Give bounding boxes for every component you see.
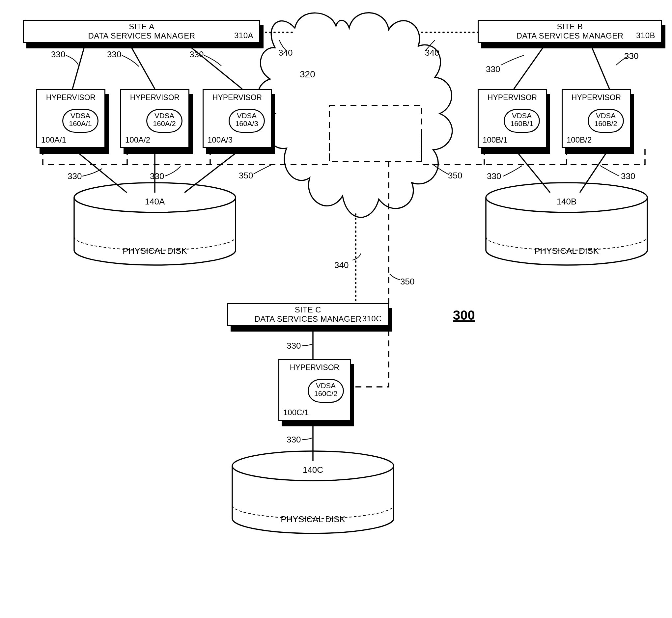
dsm-c-ref: 310C	[362, 314, 382, 323]
svg-line-11	[514, 148, 550, 193]
hv-a2-vdsa-ref: 160A/2	[153, 119, 176, 128]
cloud-ref: 320	[300, 69, 315, 80]
hv-a1-title: HYPERVISOR	[37, 93, 104, 102]
dsm-c: SITE C DATA SERVICES MANAGER 310C	[227, 303, 389, 326]
svg-line-2	[128, 42, 155, 89]
dsm-b-title2: DATA SERVICES MANAGER	[479, 31, 661, 40]
dsm-b: SITE B DATA SERVICES MANAGER 310B	[478, 20, 662, 43]
svg-line-5	[73, 148, 127, 193]
dsm-a-title1: SITE A	[24, 22, 259, 31]
label-350-3: 350	[400, 277, 414, 287]
hv-c1-title: HYPERVISOR	[279, 363, 350, 372]
figure-ref: 300	[453, 308, 475, 323]
hv-a3-title: HYPERVISOR	[204, 93, 271, 102]
label-350-1: 350	[239, 171, 253, 181]
dsm-a-title2: DATA SERVICES MANAGER	[24, 31, 259, 40]
hv-c1-vdsa-ref: 160C/2	[314, 390, 338, 398]
disk-c-caption: PHYSICAL DISK	[232, 514, 394, 524]
hv-a3-vdsa: VDSA 160A/3	[228, 109, 265, 133]
hv-b2-vdsa: VDSA 160B/2	[588, 109, 624, 133]
hv-a3-vdsa-ref: 160A/3	[235, 119, 258, 128]
disk-c-ref: 140C	[232, 465, 394, 475]
disk-c: 140C PHYSICAL DISK	[232, 458, 394, 532]
hv-a1-vdsa: VDSA 160A/1	[62, 109, 98, 133]
dsm-b-ref: 310B	[636, 31, 655, 40]
hypervisor-a3: HYPERVISOR VDSA 160A/3 100A/3	[203, 89, 272, 148]
label-330-a-bot-2: 330	[150, 171, 164, 181]
hv-b1-vdsa-ref: 160B/1	[510, 119, 533, 128]
label-330-b-bot-2: 330	[621, 171, 635, 181]
hypervisor-c1: HYPERVISOR VDSA 160C/2 100C/1	[278, 359, 351, 421]
hv-a3-hostref: 100A/3	[207, 135, 232, 144]
disk-a: 140A PHYSICAL DISK	[74, 189, 235, 264]
hypervisor-b2: HYPERVISOR VDSA 160B/2 100B/2	[562, 89, 631, 148]
dsm-c-title1: SITE C	[228, 305, 388, 314]
label-340-2: 340	[425, 48, 439, 58]
disk-a-caption: PHYSICAL DISK	[74, 246, 235, 256]
label-330-a-top-1: 330	[51, 49, 65, 60]
disk-a-ref: 140A	[74, 197, 235, 207]
label-330-b-top-1: 330	[486, 64, 500, 75]
disk-b-caption: PHYSICAL DISK	[486, 246, 647, 256]
hypervisor-a2: HYPERVISOR VDSA 160A/2 100A/2	[120, 89, 189, 148]
label-330-a-bot-1: 330	[68, 171, 82, 181]
label-340-1: 340	[278, 48, 293, 58]
hv-b2-vdsa-label: VDSA	[596, 112, 616, 120]
hv-c1-vdsa: VDSA 160C/2	[308, 379, 344, 403]
hv-a1-hostref: 100A/1	[41, 135, 66, 144]
hypervisor-b1: HYPERVISOR VDSA 160B/1 100B/1	[478, 89, 547, 148]
label-330-b-top-2: 330	[624, 51, 639, 61]
hv-a2-hostref: 100A/2	[125, 135, 150, 144]
hv-a1-vdsa-label: VDSA	[71, 112, 90, 120]
label-340-3: 340	[334, 260, 349, 270]
dsm-a: SITE A DATA SERVICES MANAGER 310A	[23, 20, 260, 43]
dsm-b-title1: SITE B	[479, 22, 661, 31]
hv-a3-vdsa-label: VDSA	[237, 112, 257, 120]
label-330-c-1: 330	[287, 341, 301, 351]
svg-rect-0	[329, 105, 422, 161]
hv-b1-title: HYPERVISOR	[479, 93, 546, 102]
hv-c1-vdsa-label: VDSA	[316, 382, 336, 390]
hv-b2-hostref: 100B/2	[567, 135, 592, 144]
label-330-a-top-3: 330	[189, 49, 204, 60]
dsm-a-ref: 310A	[234, 31, 253, 40]
cloud-icon	[258, 13, 452, 217]
svg-line-10	[590, 42, 609, 89]
label-330-a-top-2: 330	[107, 49, 121, 60]
hv-a1-vdsa-ref: 160A/1	[69, 119, 92, 128]
hv-b2-vdsa-ref: 160B/2	[594, 119, 617, 128]
diagram-canvas: .solid { stroke:#000; stroke-width:3.5; …	[0, 0, 672, 618]
hypervisor-a1: HYPERVISOR VDSA 160A/1 100A/1	[36, 89, 105, 148]
hv-b1-vdsa-label: VDSA	[512, 112, 532, 120]
svg-line-1	[73, 42, 86, 89]
hv-b1-hostref: 100B/1	[483, 135, 508, 144]
label-330-c-2: 330	[287, 435, 301, 445]
hv-c1-hostref: 100C/1	[283, 408, 309, 417]
svg-line-7	[184, 148, 242, 193]
hv-a2-vdsa: VDSA 160A/2	[146, 109, 183, 133]
hv-b1-vdsa: VDSA 160B/1	[504, 109, 540, 133]
disk-b: 140B PHYSICAL DISK	[486, 189, 647, 264]
svg-line-12	[580, 148, 609, 193]
disk-b-ref: 140B	[486, 197, 647, 207]
svg-line-9	[514, 42, 547, 89]
hv-a2-title: HYPERVISOR	[121, 93, 188, 102]
label-350-2: 350	[448, 171, 462, 181]
label-330-b-bot-1: 330	[487, 171, 501, 181]
hv-a2-vdsa-label: VDSA	[155, 112, 174, 120]
hv-b2-title: HYPERVISOR	[563, 93, 630, 102]
